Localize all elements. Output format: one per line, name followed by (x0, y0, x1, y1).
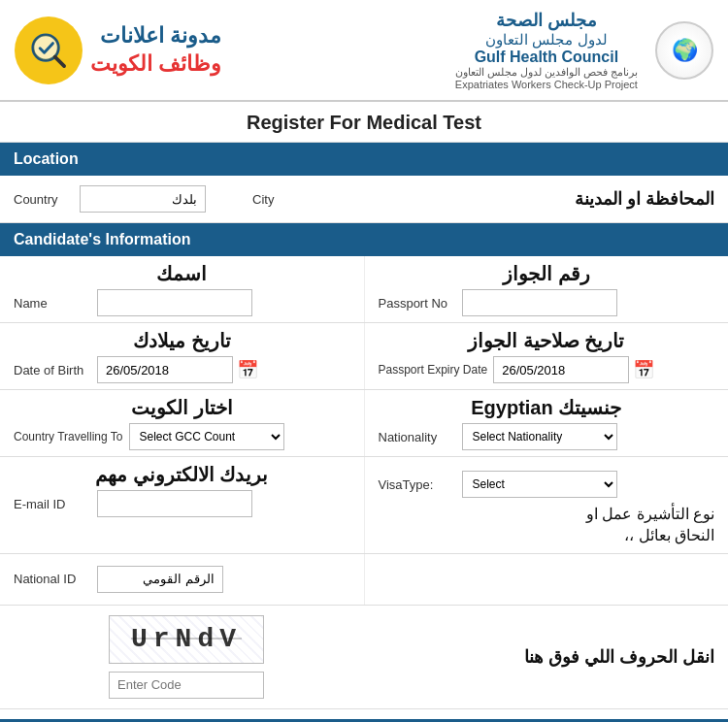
city-label: City (252, 192, 291, 207)
travel-ar-label: اختار الكويت (14, 396, 350, 419)
flags-icon: 🌍 (655, 21, 713, 80)
ghc-title-en: Gulf Health Council (455, 49, 638, 66)
name-label: Name (14, 296, 91, 311)
country-input[interactable] (80, 185, 206, 213)
dob-label: Date of Birth (14, 363, 91, 377)
ghc-desc-ar: برنامج فحص الوافدين لدول مجلس التعاون (455, 66, 638, 79)
visa-label: VisaType: (379, 477, 456, 492)
location-row: Country City المحافظة او المدينة (0, 176, 728, 223)
email-ar-label: بريدك الالكتروني مهم (14, 463, 350, 486)
ghc-subtitle-ar: لدول مجلس التعاون (455, 31, 638, 49)
passport-expiry-calendar-icon[interactable]: 📅 (633, 359, 654, 380)
name-passport-row: اسمك Name رقم الجواز Passport No (0, 256, 728, 323)
national-id-label: National ID (14, 572, 91, 586)
national-id-input[interactable] (97, 566, 223, 593)
dob-calendar-icon[interactable]: 📅 (237, 359, 258, 380)
ghc-info: مجلس الصحة لدول مجلس التعاون Gulf Health… (455, 10, 638, 90)
passport-expiry-col: تاريخ صلاحية الجواز Passport Expiry Date… (365, 323, 729, 389)
candidate-section-header: Candidate's Information (0, 223, 728, 256)
passport-expiry-input[interactable] (493, 356, 629, 383)
passport-expiry-label: Passport Expiry Date (379, 363, 488, 377)
passport-expiry-ar-label: تاريخ صلاحية الجواز (379, 329, 715, 352)
dob-input[interactable] (97, 356, 233, 383)
nationality-col: جنسيتك Egyptian Nationality Select Natio… (365, 390, 729, 456)
email-visa-row: بريدك الالكتروني مهم E-mail ID VisaType:… (0, 457, 728, 554)
captcha-hint: انقل الحروف اللي فوق هنا (369, 646, 714, 668)
travel-nationality-row: اختار الكويت Country Travelling To Selec… (0, 390, 728, 457)
location-section-header: Location (0, 143, 728, 176)
email-label: E-mail ID (14, 497, 91, 511)
captcha-row: UrNdV انقل الحروف اللي فوق هنا (0, 606, 728, 709)
ghc-desc-en: Expatriates Workers Check-Up Project (455, 79, 638, 90)
visa-select[interactable]: Select Work Family (462, 471, 617, 498)
captcha-input[interactable] (109, 672, 264, 699)
ghc-title-ar: مجلس الصحة (455, 10, 638, 31)
national-id-spacer (365, 554, 729, 605)
nationality-label: Nationality (379, 430, 456, 444)
travel-col: اختار الكويت Country Travelling To Selec… (0, 390, 365, 456)
dob-ar-label: تاريخ ميلادك (14, 329, 350, 352)
national-id-col: National ID (0, 554, 365, 605)
passport-label: Passport No (379, 296, 456, 311)
country-label: Country (14, 192, 72, 207)
logo-text: مدونة اعلانات وظائف الكويت (90, 22, 221, 78)
page-header: مدونة اعلانات وظائف الكويت مجلس الصحة لد… (0, 0, 728, 102)
page-title: Register For Medical Test (0, 102, 728, 143)
name-ar-label: اسمك (14, 262, 350, 285)
name-col: اسمك Name (0, 256, 365, 322)
nationality-ar-label: جنسيتك Egyptian (379, 396, 715, 419)
form-area: Location Country City المحافظة او المدين… (0, 143, 728, 709)
email-col: بريدك الالكتروني مهم E-mail ID (0, 457, 365, 553)
passport-ar-label: رقم الجواز (379, 262, 715, 285)
logo-left: مدونة اعلانات وظائف الكويت (15, 16, 221, 84)
dob-col: تاريخ ميلادك Date of Birth 📅 (0, 323, 365, 389)
passport-input[interactable] (462, 289, 617, 316)
city-ar-label: المحافظة او المدينة (575, 188, 714, 210)
nationality-select[interactable]: Select Nationality Egyptian Saudi Emirat… (462, 423, 617, 450)
national-id-row: National ID (0, 554, 728, 606)
visa-col: VisaType: Select Work Family نوع التأشير… (365, 457, 729, 553)
passport-col: رقم الجواز Passport No (365, 256, 729, 322)
name-input[interactable] (97, 289, 252, 316)
gcc-select[interactable]: Select GCC Count Kuwait Saudi Arabia UAE… (129, 423, 284, 450)
captcha-image: UrNdV (109, 615, 264, 664)
captcha-col: UrNdV (14, 615, 359, 699)
email-input[interactable] (97, 490, 252, 517)
svg-line-2 (55, 56, 65, 66)
dob-expiry-row: تاريخ ميلادك Date of Birth 📅 تاريخ صلاحي… (0, 323, 728, 390)
logo-badge-icon (15, 16, 83, 84)
travel-label: Country Travelling To (14, 430, 123, 443)
visa-ar-label: نوع التأشيرة عمل او النحاق بعائل ،، (379, 504, 715, 547)
